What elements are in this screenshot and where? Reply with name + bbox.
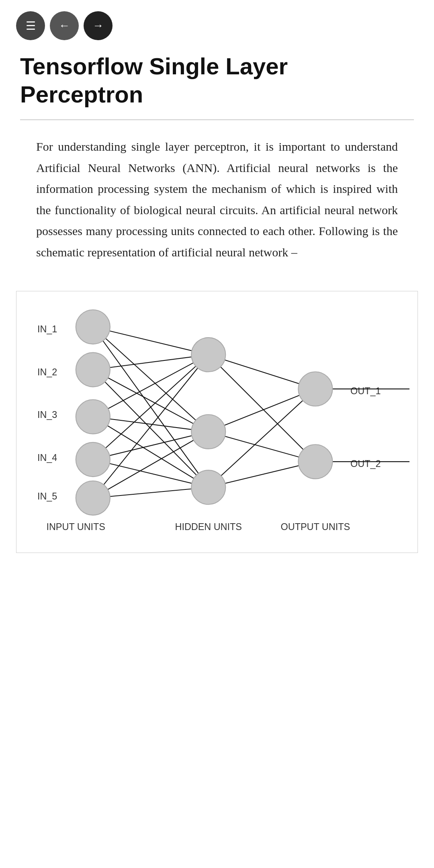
output-label-1: OUT_1 bbox=[350, 386, 381, 396]
input-node-5 bbox=[76, 481, 110, 515]
page-header: Tensorflow Single Layer Perceptron bbox=[0, 48, 434, 108]
neural-network-diagram: IN_1 IN_2 IN_3 IN_4 IN_5 OUT_1 OUT_2 bbox=[16, 291, 418, 553]
input-label-4: IN_4 bbox=[37, 452, 57, 463]
footer-label-hidden: HIDDEN UNITS bbox=[175, 522, 242, 532]
input-label-2: IN_2 bbox=[37, 367, 57, 377]
menu-icon: ☰ bbox=[26, 19, 36, 33]
input-label-1: IN_1 bbox=[37, 324, 57, 335]
input-node-3 bbox=[76, 400, 110, 434]
page-title: Tensorflow Single Layer Perceptron bbox=[20, 52, 414, 108]
forward-arrow-icon: → bbox=[92, 19, 104, 32]
menu-button[interactable]: ☰ bbox=[16, 11, 45, 40]
forward-button[interactable]: → bbox=[84, 11, 113, 40]
top-navigation: ☰ ← → bbox=[0, 0, 434, 48]
article-text: For understanding single layer perceptro… bbox=[36, 136, 398, 263]
output-label-2: OUT_2 bbox=[350, 459, 381, 469]
back-button[interactable]: ← bbox=[50, 11, 79, 40]
input-label-3: IN_3 bbox=[37, 409, 57, 420]
neural-net-svg: IN_1 IN_2 IN_3 IN_4 IN_5 OUT_1 OUT_2 bbox=[25, 303, 409, 543]
hidden-node-1 bbox=[191, 338, 225, 372]
input-node-2 bbox=[76, 353, 110, 387]
input-label-5: IN_5 bbox=[37, 491, 57, 502]
svg-line-10 bbox=[93, 432, 208, 460]
footer-label-input: INPUT UNITS bbox=[46, 522, 105, 532]
svg-line-5 bbox=[93, 370, 208, 487]
input-node-4 bbox=[76, 442, 110, 477]
hidden-node-3 bbox=[191, 470, 225, 504]
output-node-1 bbox=[298, 372, 332, 406]
input-node-1 bbox=[76, 310, 110, 344]
hidden-node-2 bbox=[191, 415, 225, 449]
article-body: For understanding single layer perceptro… bbox=[0, 120, 434, 279]
back-arrow-icon: ← bbox=[59, 19, 70, 32]
output-node-2 bbox=[298, 444, 332, 479]
svg-line-16 bbox=[209, 355, 315, 462]
footer-label-output: OUTPUT UNITS bbox=[281, 522, 350, 532]
